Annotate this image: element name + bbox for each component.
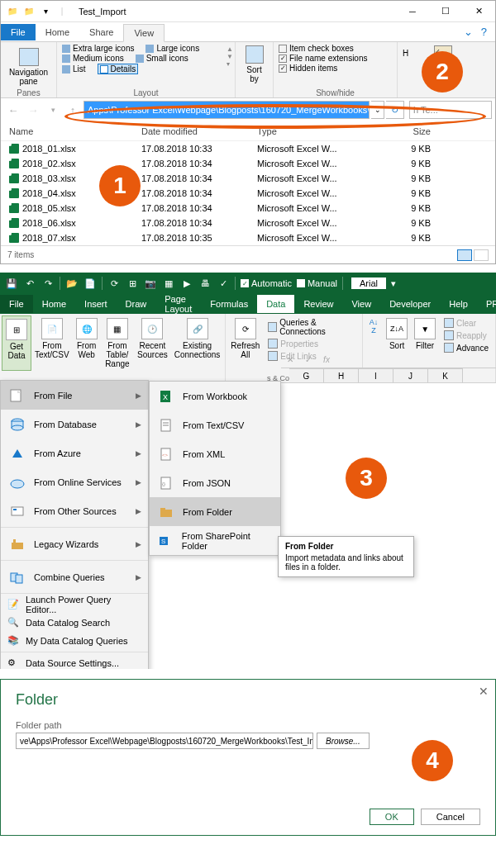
new-icon[interactable]: 📄 bbox=[83, 277, 97, 290]
my-catalog-queries-menuitem[interactable]: 📚My Data Catalog Queries bbox=[1, 632, 148, 650]
from-web-button[interactable]: 🌐From Web bbox=[73, 315, 101, 371]
accept-formula-icon[interactable]: ✓ bbox=[299, 355, 317, 364]
get-data-button[interactable]: ⊞Get Data bbox=[2, 315, 31, 371]
column-header[interactable]: J bbox=[393, 368, 428, 383]
file-row[interactable]: 2018_02.xlsx17.08.2018 10:34Microsoft Ex… bbox=[1, 156, 495, 171]
layout-scroll-down-icon[interactable]: ▼ bbox=[227, 53, 233, 60]
qat-dropdown-icon[interactable]: ▾ bbox=[39, 5, 52, 18]
details-button[interactable]: Details bbox=[98, 64, 139, 74]
from-folder-menuitem[interactable]: From Folder bbox=[150, 497, 280, 526]
file-tab[interactable]: File bbox=[0, 295, 33, 313]
redo-icon[interactable]: ↷ bbox=[41, 277, 55, 290]
sort-by-button[interactable]: Sort by bbox=[241, 44, 268, 85]
data-catalog-search-menuitem[interactable]: 🔍Data Catalog Search bbox=[1, 614, 148, 632]
layout-scroll-more-icon[interactable]: ▾ bbox=[227, 60, 233, 68]
folder-path-input[interactable]: ve\Apps\Professor Excel\Webpage\Blogpost… bbox=[16, 733, 313, 749]
home-tab[interactable]: Home bbox=[36, 24, 79, 40]
cancel-formula-icon[interactable]: ✕ bbox=[281, 355, 299, 364]
spellcheck-icon[interactable]: ✓ bbox=[217, 277, 230, 290]
file-row[interactable]: 2018_01.xlsx17.08.2018 10:33Microsoft Ex… bbox=[1, 141, 495, 156]
worksheet-grid[interactable]: ✕ ✓ fx GHIJK bbox=[289, 352, 496, 383]
cancel-button[interactable]: Cancel bbox=[421, 809, 480, 825]
table-icon[interactable]: ▦ bbox=[162, 277, 175, 290]
share-tab[interactable]: Share bbox=[79, 24, 123, 40]
large-icons-button[interactable]: Large icons bbox=[145, 44, 199, 53]
thumbnails-view-toggle[interactable] bbox=[474, 249, 489, 261]
home-tab[interactable]: Home bbox=[33, 295, 75, 313]
name-header[interactable]: Name bbox=[9, 126, 141, 136]
data-source-settings-menuitem[interactable]: ⚙Data Source Settings... bbox=[1, 654, 148, 669]
column-header[interactable]: H bbox=[324, 368, 359, 383]
filename-ext-checkbox[interactable]: ✓File name extensions bbox=[279, 54, 392, 63]
macro-icon[interactable]: ▶ bbox=[180, 277, 193, 290]
fx-icon[interactable]: fx bbox=[317, 355, 336, 364]
developer-tab[interactable]: Developer bbox=[380, 295, 440, 313]
from-workbook-menuitem[interactable]: X From Workbook bbox=[150, 382, 280, 410]
existing-connections-button[interactable]: 🔗Existing Connections bbox=[171, 315, 224, 371]
browse-button[interactable]: Browse... bbox=[317, 733, 370, 749]
properties-button[interactable]: Properties bbox=[265, 338, 359, 349]
maximize-button[interactable]: ☐ bbox=[429, 1, 462, 22]
from-text-csv-button[interactable]: 📄From Text/CSV bbox=[31, 315, 73, 371]
column-header[interactable]: I bbox=[359, 368, 393, 383]
automatic-checkbox[interactable]: ✓Automatic bbox=[241, 278, 292, 288]
file-row[interactable]: 2018_06.xlsx17.08.2018 10:34Microsoft Ex… bbox=[1, 216, 495, 230]
view-tab[interactable]: View bbox=[123, 24, 165, 42]
item-checkboxes-checkbox[interactable]: Item check boxes bbox=[279, 44, 392, 53]
from-other-sources-menuitem[interactable]: From Other Sources▶ bbox=[1, 496, 148, 525]
clear-button[interactable]: Clear bbox=[441, 317, 492, 329]
data-tab[interactable]: Data bbox=[257, 295, 294, 313]
from-xml-menuitem[interactable]: <> From XML bbox=[150, 439, 280, 468]
reapply-button[interactable]: Reapply bbox=[441, 330, 492, 341]
view-tab[interactable]: View bbox=[342, 295, 380, 313]
from-text-csv-menuitem[interactable]: From Text/CSV bbox=[150, 410, 280, 439]
small-icons-button[interactable]: Small icons bbox=[136, 54, 188, 63]
open-icon[interactable]: 📂 bbox=[65, 277, 79, 290]
from-azure-menuitem[interactable]: From Azure▶ bbox=[1, 439, 148, 467]
layout-scroll-up-icon[interactable]: ▲ bbox=[227, 45, 233, 53]
formulas-tab[interactable]: Formulas bbox=[201, 295, 257, 313]
from-table-range-button[interactable]: ▦From Table/ Range bbox=[101, 315, 134, 371]
file-row[interactable]: 2018_04.xlsx17.08.2018 10:34Microsoft Ex… bbox=[1, 186, 495, 201]
file-row[interactable]: 2018_03.xlsx17.08.2018 10:34Microsoft Ex… bbox=[1, 171, 495, 186]
ok-button[interactable]: OK bbox=[370, 809, 414, 825]
from-sharepoint-folder-menuitem[interactable]: S From SharePoint Folder bbox=[150, 526, 280, 555]
from-json-menuitem[interactable]: {} From JSON bbox=[150, 468, 280, 497]
back-button[interactable]: ← bbox=[4, 101, 22, 119]
manual-checkbox[interactable]: Manual bbox=[297, 278, 337, 288]
file-row[interactable]: 2018_05.xlsx17.08.2018 10:34Microsoft Ex… bbox=[1, 201, 495, 216]
camera-icon[interactable]: 📷 bbox=[144, 277, 157, 290]
queries-connections-button[interactable]: Queries & Connections bbox=[265, 317, 359, 337]
from-file-menuitem[interactable]: From File▶ bbox=[1, 381, 148, 410]
list-button[interactable]: List bbox=[62, 64, 86, 74]
review-tab[interactable]: Review bbox=[294, 295, 342, 313]
pro-tab[interactable]: PRO bbox=[477, 295, 496, 313]
column-header[interactable]: G bbox=[289, 368, 324, 383]
file-tab[interactable]: File bbox=[1, 24, 36, 40]
refresh-all-button[interactable]: ⟳Refresh All bbox=[227, 315, 263, 371]
hidden-items-checkbox[interactable]: ✓Hidden items bbox=[279, 64, 392, 73]
recent-dropdown-icon[interactable]: ▾ bbox=[44, 101, 62, 119]
navigation-pane-button[interactable]: Navigation pane bbox=[6, 44, 51, 90]
from-online-services-menuitem[interactable]: From Online Services▶ bbox=[1, 467, 148, 496]
dialog-close-button[interactable]: ✕ bbox=[479, 685, 489, 698]
close-button[interactable]: ✕ bbox=[462, 1, 495, 22]
combine-queries-menuitem[interactable]: Combine Queries▶ bbox=[1, 562, 148, 591]
recent-sources-button[interactable]: 🕑Recent Sources bbox=[134, 315, 171, 371]
column-header[interactable]: K bbox=[428, 368, 463, 383]
from-database-menuitem[interactable]: From Database▶ bbox=[1, 410, 148, 439]
border-icon[interactable]: ⊞ bbox=[126, 277, 139, 290]
size-header[interactable]: Size bbox=[373, 126, 431, 136]
forward-button[interactable]: → bbox=[24, 101, 42, 119]
file-row[interactable]: 2018_07.xlsx17.08.2018 10:35Microsoft Ex… bbox=[1, 230, 495, 245]
launch-power-query-menuitem[interactable]: 📝Launch Power Query Editor... bbox=[1, 595, 148, 614]
font-dropdown-icon[interactable]: ▾ bbox=[391, 278, 396, 289]
insert-tab[interactable]: Insert bbox=[75, 295, 117, 313]
details-view-toggle[interactable] bbox=[457, 249, 472, 261]
undo-icon[interactable]: ↶ bbox=[23, 277, 36, 290]
minimize-button[interactable]: ─ bbox=[396, 1, 429, 22]
draw-tab[interactable]: Draw bbox=[117, 295, 156, 313]
extra-large-icons-button[interactable]: Extra large icons bbox=[62, 44, 134, 53]
help-tab[interactable]: Help bbox=[440, 295, 477, 313]
medium-icons-button[interactable]: Medium icons bbox=[62, 54, 124, 63]
